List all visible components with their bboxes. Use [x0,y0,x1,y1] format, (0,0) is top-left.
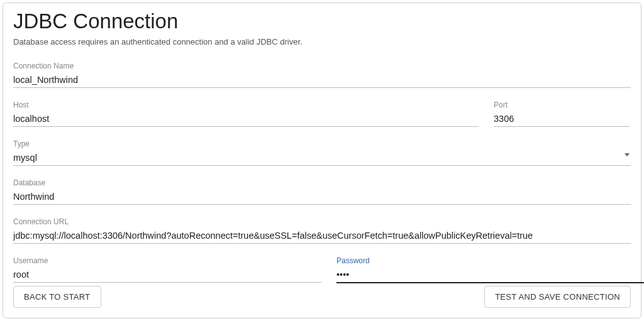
page-title: JDBC Connection [13,9,631,33]
host-label: Host [13,101,479,109]
button-row: BACK TO START TEST AND SAVE CONNECTION [13,286,631,308]
back-to-start-button[interactable]: BACK TO START [13,286,101,308]
port-label: Port [494,101,630,109]
username-label: Username [13,256,321,265]
host-input[interactable] [13,112,479,127]
username-input[interactable] [13,268,321,283]
database-label: Database [13,178,631,187]
connection-url-input[interactable] [13,229,631,244]
password-input[interactable] [336,268,644,283]
port-field-group: Port [494,101,630,127]
page-subtitle: Database access requires an authenticate… [13,37,631,46]
database-input[interactable] [13,190,631,205]
password-label: Password [336,256,644,265]
connection-name-input[interactable] [13,73,631,88]
database-field-group: Database [13,178,631,205]
username-field-group: Username [13,256,321,283]
connection-name-label: Connection Name [13,62,631,70]
jdbc-connection-panel: JDBC Connection Database access requires… [3,3,641,318]
type-select[interactable] [13,151,631,166]
test-and-save-button[interactable]: TEST AND SAVE CONNECTION [484,286,631,308]
connection-name-field-group: Connection Name [13,62,631,88]
port-input[interactable] [494,112,630,127]
chevron-down-icon [625,153,630,156]
type-label: Type [13,139,631,148]
host-field-group: Host [13,101,479,127]
type-select-wrapper[interactable] [13,151,631,166]
type-field-group: Type [13,139,631,166]
password-field-group: Password [336,256,644,283]
connection-url-label: Connection URL [13,217,631,226]
connection-url-field-group: Connection URL [13,217,631,244]
